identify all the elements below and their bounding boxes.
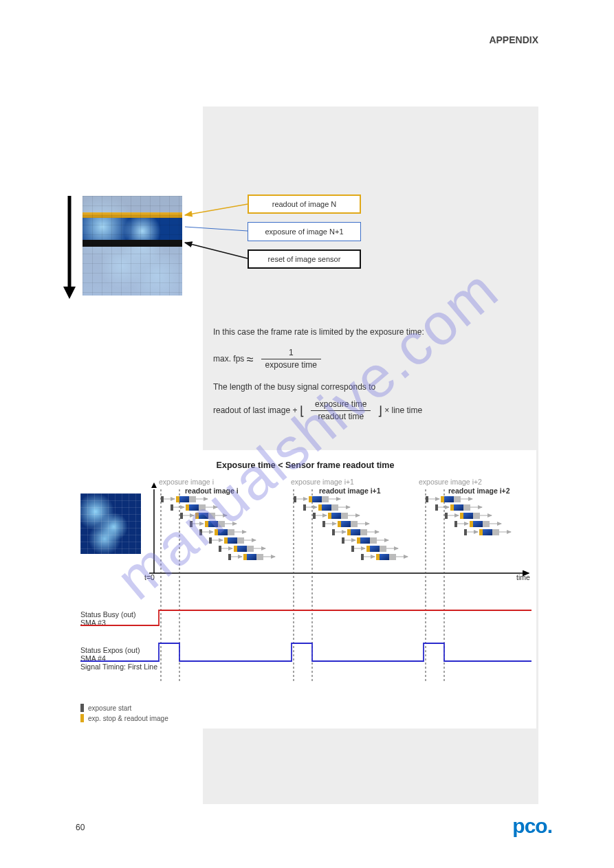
paragraph-frame-rate: In this case the frame rate is limited b…: [213, 326, 529, 338]
eq2-denominator: readout time: [311, 411, 371, 423]
svg-rect-92: [342, 537, 344, 544]
svg-rect-102: [380, 546, 386, 552]
svg-rect-122: [445, 513, 448, 519]
svg-rect-116: [435, 504, 438, 511]
svg-rect-137: [483, 529, 492, 535]
svg-rect-86: [332, 529, 335, 535]
eq2-mult: × line time: [384, 405, 422, 415]
svg-rect-62: [294, 496, 296, 502]
svg-rect-113: [444, 496, 454, 502]
svg-rect-66: [322, 496, 329, 502]
svg-rect-20: [171, 504, 173, 511]
svg-rect-46: [224, 537, 228, 544]
svg-rect-58: [243, 554, 247, 560]
svg-rect-38: [199, 529, 202, 535]
svg-rect-108: [389, 554, 396, 560]
label-readout: readout of image N: [248, 194, 361, 214]
svg-rect-96: [370, 537, 377, 544]
svg-rect-128: [454, 521, 457, 527]
svg-rect-54: [247, 546, 254, 552]
svg-rect-24: [199, 504, 206, 511]
svg-rect-47: [228, 537, 237, 544]
svg-rect-44: [209, 537, 212, 544]
svg-rect-53: [237, 546, 247, 552]
svg-rect-29: [199, 513, 208, 519]
svg-rect-88: [347, 529, 351, 535]
sensor-stripe-diagram: readout of image N exposure of image N+1…: [55, 182, 536, 340]
eq2-numerator: exposure time: [311, 399, 371, 411]
svg-rect-35: [208, 521, 218, 527]
scan-direction-arrow: [62, 196, 77, 299]
svg-rect-48: [237, 537, 244, 544]
chart-svg: [75, 476, 537, 706]
svg-rect-110: [426, 496, 428, 502]
svg-rect-95: [360, 537, 370, 544]
page-header: APPENDIX: [0, 30, 614, 49]
svg-rect-94: [357, 537, 360, 544]
svg-rect-138: [492, 529, 499, 535]
svg-rect-56: [228, 554, 231, 560]
svg-rect-71: [322, 504, 331, 511]
svg-rect-78: [341, 513, 348, 519]
eq1-denominator: exposure time: [261, 359, 321, 371]
equation-fps: max. fps ≈ 1 exposure time: [213, 347, 529, 372]
svg-rect-125: [463, 513, 473, 519]
svg-rect-114: [454, 496, 461, 502]
svg-rect-23: [189, 504, 199, 511]
svg-rect-16: [176, 496, 179, 502]
svg-marker-7: [151, 482, 157, 488]
svg-rect-59: [247, 554, 256, 560]
legend-exp-stop: exp. stop & readout image: [88, 715, 168, 722]
svg-rect-119: [454, 504, 463, 511]
svg-rect-74: [313, 513, 316, 519]
svg-rect-42: [228, 529, 234, 535]
eq1-lhs: max. fps: [213, 354, 244, 364]
svg-rect-65: [312, 496, 322, 502]
pco-logo: pco.: [512, 814, 552, 838]
svg-rect-18: [189, 496, 196, 502]
label-exposure: exposure of image N+1: [248, 222, 361, 241]
svg-rect-98: [351, 546, 354, 552]
svg-line-3: [185, 227, 248, 231]
svg-rect-120: [463, 504, 470, 511]
svg-rect-60: [256, 554, 263, 560]
chart-legend: exposure start exp. stop & readout image: [80, 702, 168, 722]
svg-rect-100: [366, 546, 370, 552]
svg-rect-82: [338, 521, 341, 527]
equation-busy: readout of last image + ⌊ exposure time …: [213, 399, 529, 423]
connector-lines: [182, 196, 251, 265]
svg-rect-36: [218, 521, 225, 527]
svg-rect-32: [190, 521, 193, 527]
svg-rect-107: [380, 554, 389, 560]
svg-rect-26: [180, 513, 183, 519]
svg-rect-77: [331, 513, 341, 519]
svg-rect-84: [351, 521, 358, 527]
svg-rect-131: [473, 521, 483, 527]
para1-text: In this case the frame rate is limited b…: [213, 327, 424, 337]
svg-rect-34: [205, 521, 208, 527]
legend-exp-start: exposure start: [88, 704, 131, 712]
svg-rect-68: [303, 504, 306, 511]
svg-rect-136: [479, 529, 483, 535]
svg-rect-17: [179, 496, 189, 502]
svg-rect-64: [309, 496, 312, 502]
svg-rect-134: [464, 529, 467, 535]
sensor-image: [83, 196, 182, 296]
svg-rect-50: [219, 546, 221, 552]
svg-rect-132: [483, 521, 490, 527]
svg-rect-130: [470, 521, 473, 527]
chart-title: Exposure time < Sensor frame readout tim…: [75, 451, 536, 470]
svg-rect-104: [361, 554, 364, 560]
svg-rect-40: [215, 529, 218, 535]
svg-rect-89: [351, 529, 360, 535]
svg-line-4: [185, 243, 248, 258]
svg-rect-83: [341, 521, 351, 527]
para2-text: The length of the busy signal correspond…: [213, 382, 375, 392]
svg-rect-106: [376, 554, 380, 560]
paragraph-busy: The length of the busy signal correspond…: [213, 381, 529, 393]
svg-rect-90: [360, 529, 367, 535]
svg-rect-80: [322, 521, 325, 527]
svg-line-2: [185, 204, 248, 215]
svg-rect-124: [460, 513, 463, 519]
svg-rect-22: [186, 504, 189, 511]
